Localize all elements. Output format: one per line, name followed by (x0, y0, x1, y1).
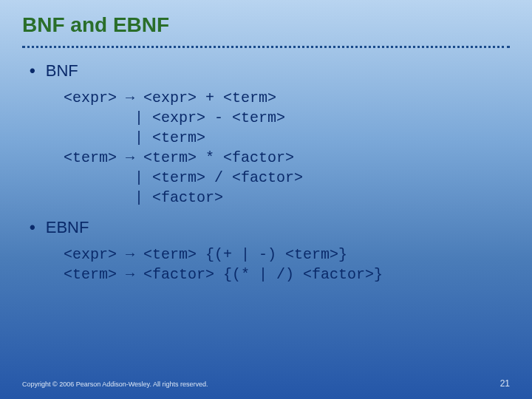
page-number: 21 (500, 378, 510, 389)
bullet-bnf-label: BNF (46, 61, 78, 81)
bullet-dot-icon: • (30, 63, 35, 79)
ebnf-grammar: <expr> → <term> {(+ | -) <term>} <term> … (64, 245, 510, 284)
bullet-bnf: • BNF (30, 61, 510, 81)
slide-footer: Copyright © 2006 Pearson Addison-Wesley.… (22, 378, 510, 389)
bullet-ebnf-label: EBNF (46, 218, 89, 237)
bullet-dot-icon: • (30, 219, 35, 236)
slide-title: BNF and EBNF (0, 0, 532, 37)
bnf-grammar: <expr> → <expr> + <term> | <expr> - <ter… (64, 88, 510, 208)
copyright-text: Copyright © 2006 Pearson Addison-Wesley.… (22, 381, 208, 388)
slide-content: • BNF <expr> → <expr> + <term> | <expr> … (0, 48, 532, 284)
bullet-ebnf: • EBNF (30, 218, 510, 237)
